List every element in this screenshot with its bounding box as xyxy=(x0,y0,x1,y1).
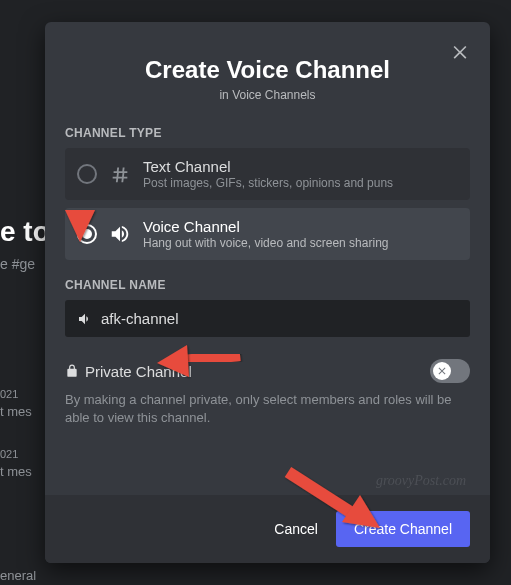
voice-channel-title: Voice Channel xyxy=(143,218,388,235)
voice-channel-desc: Hang out with voice, video and screen sh… xyxy=(143,236,388,250)
private-channel-desc: By making a channel private, only select… xyxy=(65,391,470,427)
hash-icon xyxy=(109,163,131,185)
channel-type-text-option[interactable]: Text Channel Post images, GIFs, stickers… xyxy=(65,148,470,200)
text-channel-title: Text Channel xyxy=(143,158,393,175)
text-channel-desc: Post images, GIFs, stickers, opinions an… xyxy=(143,176,393,190)
speaker-icon xyxy=(109,223,131,245)
radio-checked xyxy=(77,224,97,244)
bg-text: 021 xyxy=(0,448,18,460)
channel-type-voice-option[interactable]: Voice Channel Hang out with voice, video… xyxy=(65,208,470,260)
bg-text: t mes xyxy=(0,404,32,419)
speaker-icon xyxy=(77,311,93,327)
bg-text: t mes xyxy=(0,464,32,479)
modal-header: Create Voice Channel in Voice Channels xyxy=(45,22,490,110)
private-channel-label-row: Private Channel xyxy=(65,363,192,380)
channel-type-label: CHANNEL TYPE xyxy=(65,126,470,140)
close-icon xyxy=(450,42,470,62)
private-channel-section: Private Channel By making a channel priv… xyxy=(65,359,470,427)
create-channel-modal: Create Voice Channel in Voice Channels C… xyxy=(45,22,490,563)
cancel-button[interactable]: Cancel xyxy=(274,521,318,537)
watermark: groovyPost.com xyxy=(376,473,466,489)
toggle-knob-off xyxy=(433,362,451,380)
channel-type-text-info: Text Channel Post images, GIFs, stickers… xyxy=(143,158,393,190)
bg-text: 021 xyxy=(0,388,18,400)
bg-text: eneral xyxy=(0,568,36,583)
private-channel-label: Private Channel xyxy=(85,363,192,380)
channel-name-label: CHANNEL NAME xyxy=(65,278,470,292)
close-button[interactable] xyxy=(448,40,472,64)
private-channel-toggle[interactable] xyxy=(430,359,470,383)
radio-unchecked xyxy=(77,164,97,184)
bg-text: e to xyxy=(0,216,50,248)
bg-text: e #ge xyxy=(0,256,35,272)
lock-icon xyxy=(65,364,79,378)
modal-subtitle: in Voice Channels xyxy=(65,88,470,102)
modal-body: CHANNEL TYPE Text Channel Post images, G… xyxy=(45,110,490,495)
channel-name-input[interactable] xyxy=(101,310,458,327)
create-channel-button[interactable]: Create Channel xyxy=(336,511,470,547)
modal-title: Create Voice Channel xyxy=(65,56,470,84)
modal-footer: Cancel Create Channel xyxy=(45,495,490,563)
channel-name-section: CHANNEL NAME xyxy=(65,278,470,337)
channel-name-input-wrap[interactable] xyxy=(65,300,470,337)
channel-type-voice-info: Voice Channel Hang out with voice, video… xyxy=(143,218,388,250)
